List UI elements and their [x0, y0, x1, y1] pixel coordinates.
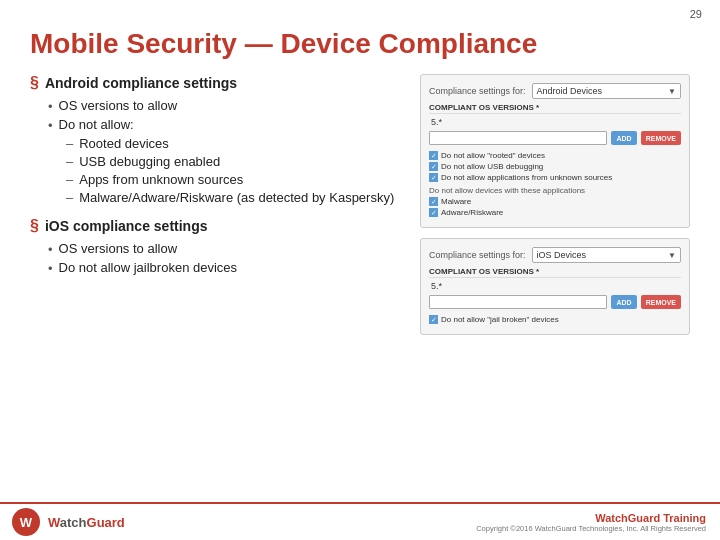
dash-item-4: – Malware/Adware/Riskware (as detected b…: [66, 190, 400, 205]
ios-add-btn[interactable]: ADD: [611, 295, 636, 309]
footer-copyright: Copyright ©2016 WatchGuard Technologies,…: [476, 524, 706, 533]
ios-sub-bullet-1: •: [48, 242, 53, 257]
dash-item-2: – USB debugging enabled: [66, 154, 400, 169]
ios-select-value: iOS Devices: [537, 250, 587, 260]
dash-3: –: [66, 172, 73, 187]
ios-checkbox-row-1: ✓ Do not allow "jail broken" devices: [429, 315, 681, 324]
android-checkbox-label-1: Do not allow "rooted" devices: [441, 151, 545, 160]
android-remove-btn[interactable]: REMOVE: [641, 131, 681, 145]
android-sub-label-1: OS versions to allow: [59, 98, 178, 113]
ios-panel: Compliance settings for: iOS Devices ▼ C…: [420, 238, 690, 335]
android-select-value: Android Devices: [537, 86, 603, 96]
android-app-checkbox-row-2: ✓ Adware/Riskware: [429, 208, 681, 217]
android-panel-select[interactable]: Android Devices ▼: [532, 83, 681, 99]
sub-bullet-1: •: [48, 99, 53, 114]
dash-4: –: [66, 190, 73, 205]
content-area: § Android compliance settings • OS versi…: [30, 74, 690, 345]
android-app-checkbox-label-2: Adware/Riskware: [441, 208, 503, 217]
sub-bullet-2: •: [48, 118, 53, 133]
dash-item-3: – Apps from unknown sources: [66, 172, 400, 187]
android-checkbox-row-1: ✓ Do not allow "rooted" devices: [429, 151, 681, 160]
slide: 29 Mobile Security — Device Compliance §…: [0, 0, 720, 540]
android-checkbox-label-2: Do not allow USB debugging: [441, 162, 543, 171]
android-add-btn[interactable]: ADD: [611, 131, 636, 145]
android-sub-label-2: Do not allow:: [59, 117, 134, 132]
android-os-input[interactable]: [429, 131, 607, 145]
android-app-checkbox-1[interactable]: ✓: [429, 197, 438, 206]
dash-label-3: Apps from unknown sources: [79, 172, 243, 187]
svg-text:W: W: [20, 515, 33, 530]
dash-label-1: Rooted devices: [79, 136, 169, 151]
android-app-checkbox-row-1: ✓ Malware: [429, 197, 681, 206]
slide-title: Mobile Security — Device Compliance: [30, 28, 690, 60]
left-content: § Android compliance settings • OS versi…: [30, 74, 400, 279]
android-sub-1: • OS versions to allow: [48, 98, 400, 114]
ios-section-header: § iOS compliance settings: [30, 217, 400, 235]
logo-w: W: [48, 515, 60, 530]
ios-checkbox-1[interactable]: ✓: [429, 315, 438, 324]
android-checkbox-row-2: ✓ Do not allow USB debugging: [429, 162, 681, 171]
android-checkbox-2[interactable]: ✓: [429, 162, 438, 171]
ios-panel-buttons: ADD REMOVE: [429, 295, 681, 309]
ios-sub-label-1: OS versions to allow: [59, 241, 178, 256]
ios-sub-bullet-2: •: [48, 261, 53, 276]
android-os-value: 5.*: [429, 117, 681, 127]
android-panel-top-row: Compliance settings for: Android Devices…: [429, 83, 681, 99]
android-section-header: § Android compliance settings: [30, 74, 400, 92]
right-content: Compliance settings for: Android Devices…: [420, 74, 690, 345]
android-app-checkbox-label-1: Malware: [441, 197, 471, 206]
android-checkbox-1[interactable]: ✓: [429, 151, 438, 160]
ios-os-value: 5.*: [429, 281, 681, 291]
logo-guard: Guard: [87, 515, 125, 530]
android-checkbox-3[interactable]: ✓: [429, 173, 438, 182]
android-app-checkbox-2[interactable]: ✓: [429, 208, 438, 217]
bottom-bar: W WatchGuard WatchGuard Training Copyrig…: [0, 502, 720, 540]
android-os-section-title: COMPLIANT OS VERSIONS *: [429, 103, 681, 114]
ios-checkbox-label-1: Do not allow "jail broken" devices: [441, 315, 559, 324]
android-select-arrow: ▼: [668, 87, 676, 96]
logo-atch: atch: [60, 515, 87, 530]
dash-2: –: [66, 154, 73, 169]
ios-sub-label-2: Do not allow jailbroken devices: [59, 260, 237, 275]
android-panel: Compliance settings for: Android Devices…: [420, 74, 690, 228]
footer-right: WatchGuard Training Copyright ©2016 Watc…: [476, 512, 706, 533]
dash-label-4: Malware/Adware/Riskware (as detected by …: [79, 190, 394, 205]
logo-area: W WatchGuard: [10, 506, 125, 538]
dash-item-1: – Rooted devices: [66, 136, 400, 151]
ios-panel-label: Compliance settings for:: [429, 250, 526, 260]
footer-training: WatchGuard Training: [476, 512, 706, 524]
ios-os-input[interactable]: [429, 295, 607, 309]
ios-select-arrow: ▼: [668, 251, 676, 260]
ios-sub-2: • Do not allow jailbroken devices: [48, 260, 400, 276]
ios-os-section-title: COMPLIANT OS VERSIONS *: [429, 267, 681, 278]
android-checkbox-row-3: ✓ Do not allow applications from unknown…: [429, 173, 681, 182]
ios-panel-top-row: Compliance settings for: iOS Devices ▼: [429, 247, 681, 263]
dash-label-2: USB debugging enabled: [79, 154, 220, 169]
android-sub-2: • Do not allow:: [48, 117, 400, 133]
android-panel-buttons: ADD REMOVE: [429, 131, 681, 145]
dash-1: –: [66, 136, 73, 151]
watchguard-logo-icon: W: [10, 506, 42, 538]
ios-sub-1: • OS versions to allow: [48, 241, 400, 257]
page-number: 29: [690, 8, 702, 20]
android-bullet: §: [30, 74, 39, 92]
logo-text: WatchGuard: [48, 515, 125, 530]
android-checkbox-label-3: Do not allow applications from unknown s…: [441, 173, 612, 182]
ios-bullet: §: [30, 217, 39, 235]
android-header-label: Android compliance settings: [45, 75, 237, 91]
ios-header-label: iOS compliance settings: [45, 218, 208, 234]
android-panel-label: Compliance settings for:: [429, 86, 526, 96]
android-sub-section-label: Do not allow devices with these applicat…: [429, 186, 681, 195]
ios-remove-btn[interactable]: REMOVE: [641, 295, 681, 309]
ios-panel-select[interactable]: iOS Devices ▼: [532, 247, 681, 263]
